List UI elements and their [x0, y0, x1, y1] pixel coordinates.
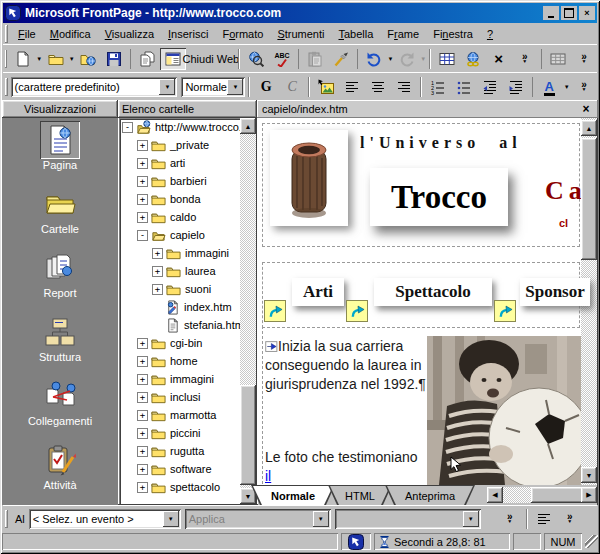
editor-hscrollbar[interactable]: ◀ ▶	[487, 485, 597, 505]
tree-scroll-up[interactable]: ▲	[240, 118, 256, 134]
menu-file[interactable]: File	[11, 26, 43, 42]
nav-button-spettacolo[interactable]: Spettacolo	[374, 278, 492, 306]
tree-item-marmotta[interactable]: +marmotta	[119, 406, 256, 424]
font-color-button-dropdown[interactable]: ▼	[562, 76, 571, 98]
redo-button-dropdown[interactable]: ▼	[420, 48, 427, 70]
dhtml-overflow-button[interactable]: »▼	[497, 508, 523, 530]
style-combo[interactable]: Normale ▼	[181, 77, 245, 97]
tree-item-capielo[interactable]: -capielo	[119, 226, 256, 244]
tree-expand-box[interactable]: +	[137, 338, 148, 349]
font-combo-arrow[interactable]: ▼	[159, 79, 175, 95]
tree-expand-box[interactable]: +	[137, 428, 148, 439]
print-button[interactable]	[134, 48, 160, 70]
new-page-button[interactable]	[10, 48, 36, 70]
bulleted-list-button[interactable]	[451, 76, 477, 98]
menu-strumenti[interactable]: Strumenti	[270, 26, 331, 42]
paste-button[interactable]	[302, 48, 328, 70]
nav-arrow-icon[interactable]	[346, 300, 368, 322]
editor-scroll-thumb[interactable]	[581, 138, 597, 260]
font-color-button[interactable]: A	[536, 76, 562, 98]
view-pagina[interactable]: Pagina	[2, 118, 118, 182]
toolbar-overflow-button-2[interactable]: »▼	[571, 48, 597, 70]
insert-table-button[interactable]	[434, 48, 460, 70]
toolbar-grip[interactable]	[5, 50, 7, 68]
minimize-button[interactable]	[543, 6, 559, 20]
spelling-button[interactable]	[269, 48, 295, 70]
tree-item-inclusi[interactable]: +inclusi	[119, 388, 256, 406]
tree-expand-box[interactable]: -	[122, 122, 133, 133]
nav-button-arti[interactable]: Arti	[292, 278, 344, 306]
editor-close-icon[interactable]: ×	[579, 102, 593, 116]
tree-item-httpwww.trocco.[interactable]: -http://www.trocco.	[119, 118, 256, 136]
tree-expand-box[interactable]: +	[137, 140, 148, 151]
open-button[interactable]	[43, 48, 69, 70]
style-toolbar-button[interactable]	[531, 508, 557, 530]
view-collegamenti[interactable]: Collegamenti	[2, 374, 118, 438]
tree-expand-box[interactable]: +	[137, 212, 148, 223]
numbered-list-button[interactable]	[425, 76, 451, 98]
editor-paragraph-1[interactable]: Inizia la sua carriera conseguendo la la…	[265, 337, 427, 394]
tree-expand-box[interactable]: +	[137, 194, 148, 205]
nav-button-sponsor[interactable]: Sponsor	[520, 278, 590, 306]
tab-normale[interactable]: Normale	[251, 485, 335, 505]
menu-inserisci[interactable]: Inserisci	[161, 26, 215, 42]
tree-item-spettacolo[interactable]: +spettacolo	[119, 478, 256, 496]
menu-modifica[interactable]: Modifica	[43, 26, 98, 42]
toolbar-grip[interactable]	[5, 25, 8, 43]
font-combo[interactable]: (carattere predefinito) ▼	[11, 77, 178, 97]
tree-item-immagini[interactable]: +immagini	[119, 370, 256, 388]
format-painter-button[interactable]	[328, 48, 354, 70]
nav-arrow-icon[interactable]	[494, 300, 516, 322]
menu-?[interactable]: ?	[480, 26, 500, 42]
decrease-indent-button[interactable]	[477, 76, 503, 98]
editor-scroll-left[interactable]: ◀	[487, 487, 503, 503]
resize-grip[interactable]	[585, 535, 598, 548]
tree-item-stefania.htm[interactable]: stefania.htm	[119, 316, 256, 334]
save-button[interactable]	[101, 48, 127, 70]
tree-expand-box[interactable]: +	[137, 446, 148, 457]
formatting-overflow-button[interactable]: »▼	[571, 76, 597, 98]
tree-expand-box[interactable]: +	[152, 248, 163, 259]
editor-content[interactable]: l'Universo al Trocco Ca cl Inizia la sua…	[258, 118, 597, 485]
italic-button[interactable]: C	[279, 76, 305, 98]
undo-button[interactable]	[361, 48, 387, 70]
tree-item-home[interactable]: +home	[119, 352, 256, 370]
increase-indent-button[interactable]	[503, 76, 529, 98]
menu-frame[interactable]: Frame	[380, 26, 426, 42]
tree-item-piccini[interactable]: +piccini	[119, 424, 256, 442]
toolbar-overflow-button[interactable]: »▼	[512, 48, 538, 70]
tree-item-immagini[interactable]: +immagini	[119, 244, 256, 262]
publish-web-button[interactable]	[75, 48, 101, 70]
tree-expand-box[interactable]: +	[137, 356, 148, 367]
menu-visualizza[interactable]: Visualizza	[98, 26, 161, 42]
tree-item-bonda[interactable]: +bonda	[119, 190, 256, 208]
menu-tabella[interactable]: Tabella	[331, 26, 380, 42]
tree-item-laurea[interactable]: +laurea	[119, 262, 256, 280]
tree-item-index.htm[interactable]: index.htm	[119, 298, 256, 316]
nav-arrow-icon[interactable]	[264, 300, 286, 322]
editor-paragraph-2[interactable]: Le foto che testimoniano il	[265, 448, 427, 485]
tab-html[interactable]: HTML	[328, 485, 392, 505]
tree-item-rugutta[interactable]: +rugutta	[119, 442, 256, 460]
style-combo-arrow[interactable]: ▼	[227, 79, 243, 95]
tables-toolbar-button[interactable]	[545, 48, 571, 70]
preview-in-browser-button[interactable]	[243, 48, 269, 70]
tree-expand-box[interactable]: +	[137, 410, 148, 421]
tree-expand-box[interactable]: +	[137, 464, 148, 475]
align-left-button[interactable]	[339, 76, 365, 98]
tree-expand-box[interactable]: +	[137, 158, 148, 169]
editor-hscroll-thumb[interactable]	[531, 487, 587, 503]
tree-expand-box[interactable]: +	[137, 392, 148, 403]
tree-expand-box[interactable]: +	[152, 266, 163, 277]
hyperlink-button[interactable]	[460, 48, 486, 70]
menu-formato[interactable]: Formato	[215, 26, 270, 42]
tree-expand-box[interactable]: +	[152, 284, 163, 295]
maximize-button[interactable]	[561, 6, 577, 20]
tree-item-cgi-bin[interactable]: +cgi-bin	[119, 334, 256, 352]
toolbar-grip[interactable]	[5, 510, 8, 528]
view-struttura[interactable]: Struttura	[2, 310, 118, 374]
event-combo-arrow[interactable]: ▼	[163, 511, 179, 527]
tree-item-software[interactable]: +software	[119, 460, 256, 478]
stop-button[interactable]: ×	[486, 48, 512, 70]
dhtml-overflow-button-2[interactable]: »▼	[557, 508, 583, 530]
